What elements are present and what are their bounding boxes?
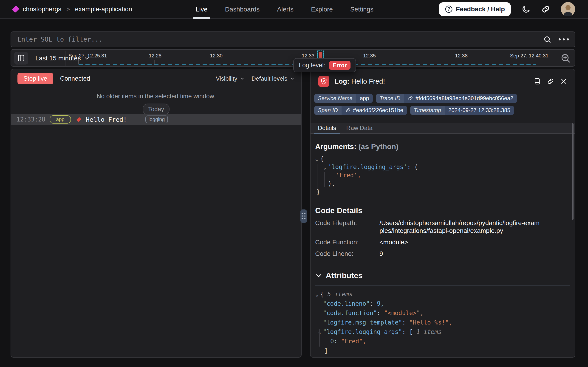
timeline[interactable]: Sep 27, 12:25:31 12:28 12:30 12:33 12:35…: [11, 50, 575, 66]
tab-raw-data[interactable]: Raw Data: [342, 123, 376, 133]
collapse-chevron-icon[interactable]: ⌄: [323, 163, 328, 171]
nav-tab-live[interactable]: Live: [196, 0, 207, 19]
close-icon[interactable]: [560, 78, 567, 85]
service-name-value: app: [356, 94, 373, 103]
code-filepath-value: /Users/christophersamiullah/repos/pydant…: [380, 219, 540, 235]
default-levels-dropdown[interactable]: Default levels: [251, 75, 295, 82]
code-details-rows: Code Filepath: /Users/christophersamiull…: [315, 219, 570, 258]
more-options-icon[interactable]: [559, 38, 569, 41]
top-nav: christophergs > example-application Live…: [0, 0, 588, 19]
tooltip-label: Log level:: [299, 62, 325, 69]
span-id-badge[interactable]: Span ID #ea4d5f226ec151be: [314, 106, 407, 115]
timeline-end-label: Sep 27, 12:40:31: [491, 53, 548, 59]
breadcrumb-separator: >: [66, 6, 71, 13]
breadcrumb: christophergs > example-application: [13, 6, 132, 13]
log-level-tooltip: Log level: Error: [293, 58, 356, 72]
service-name-label: Service Name: [314, 94, 356, 103]
trace-id-value: #fdd5694a8fa98eb4e301d99ebc056ea2: [415, 95, 513, 101]
chevron-down-icon: [315, 272, 322, 279]
breadcrumb-project[interactable]: example-application: [75, 6, 132, 13]
logging-tag-badge[interactable]: logging: [145, 116, 168, 123]
default-levels-label: Default levels: [251, 75, 287, 82]
error-shield-icon: [318, 76, 329, 87]
attributes-section-toggle[interactable]: Attributes: [315, 271, 570, 280]
error-level-badge: Error: [329, 61, 350, 70]
user-avatar[interactable]: [561, 2, 575, 16]
log-row[interactable]: 12:33:28 app Hello Fred! logging: [11, 114, 301, 125]
log-row-message: Hello Fred!: [86, 116, 127, 123]
tick-line-1238: [461, 60, 461, 64]
breadcrumb-org[interactable]: christophergs: [23, 6, 61, 13]
log-detail-panel: Log: Hello Fred!: [310, 69, 575, 358]
detail-tabs: Details Raw Data: [311, 123, 575, 134]
timeline-end-tick: [538, 59, 538, 64]
today-button[interactable]: Today: [143, 104, 170, 115]
time-range-bar: Last 15 minutes Sep 27, 12:25:31 12:28 1…: [11, 49, 575, 67]
live-view-panel: Stop live Connected Visibility Default l…: [11, 69, 302, 358]
timeline-tick-1238: 12:38: [455, 53, 468, 59]
timeline-start-tick: [79, 59, 79, 64]
feedback-help-button[interactable]: Feedback / Help: [439, 2, 511, 16]
visibility-label: Visibility: [216, 75, 237, 82]
link-icon: [408, 96, 413, 101]
detail-title-text: Hello Fred!: [351, 77, 385, 85]
empty-window-message: No older items in the selected time wind…: [11, 93, 301, 100]
attributes-divider: [315, 285, 570, 285]
feedback-help-label: Feedback / Help: [456, 6, 505, 13]
chevron-down-icon: [290, 76, 295, 81]
nav-tab-alerts[interactable]: Alerts: [277, 0, 294, 19]
nav-tabs: Live Dashboards Alerts Explore Settings: [196, 0, 373, 19]
timestamp-label: Timestamp: [410, 106, 445, 115]
detail-title: Log: Hello Fred!: [334, 77, 385, 85]
share-link-icon[interactable]: [541, 5, 550, 14]
search-icon[interactable]: [543, 35, 552, 44]
trace-id-badge[interactable]: Trace ID #fdd5694a8fa98eb4e301d99ebc056e…: [376, 94, 517, 103]
error-diamond-icon: [76, 117, 81, 122]
span-id-value: #ea4d5f226ec151be: [353, 107, 403, 113]
timeline-tick-1228: 12:28: [149, 53, 161, 59]
tick-line-1235: [369, 60, 369, 64]
attributes-json-block: ⌄{ 5 items "code.lineno": 9, "code.funct…: [315, 290, 570, 358]
nav-tab-explore[interactable]: Explore: [311, 0, 333, 19]
panel-resize-handle[interactable]: [300, 209, 307, 223]
code-filepath-label: Code Filepath:: [315, 219, 380, 235]
arguments-heading-note: (as Python): [358, 142, 398, 151]
zoom-in-icon[interactable]: [560, 53, 571, 63]
trace-id-label: Trace ID: [376, 94, 404, 103]
copy-link-icon[interactable]: [547, 78, 554, 85]
tick-line-1230: [216, 60, 216, 64]
detail-scrollbar[interactable]: [572, 123, 573, 220]
tab-details[interactable]: Details: [314, 123, 340, 133]
dark-mode-moon-icon[interactable]: [522, 5, 530, 14]
collapse-chevron-icon[interactable]: ⌄: [318, 327, 323, 337]
timeline-start-label: Sep 27, 12:25:31: [68, 53, 107, 59]
collapse-chevron-icon[interactable]: ⌄: [315, 290, 320, 299]
service-name-badge: Service Name app: [314, 94, 373, 103]
live-panel-header: Stop live Connected Visibility Default l…: [11, 69, 301, 88]
log-row-time: 12:33:28: [17, 116, 46, 123]
timestamp-value: 2024-09-27 12:33:28.385: [445, 106, 514, 115]
collapse-chevron-icon[interactable]: ⌄: [315, 155, 320, 163]
metadata-badges: Service Name app Trace ID #fdd5694a8fa98…: [311, 94, 575, 115]
nav-tab-settings[interactable]: Settings: [350, 0, 373, 19]
chevron-down-icon: [240, 76, 245, 81]
arguments-heading-text: Arguments:: [315, 142, 356, 151]
service-badge[interactable]: app: [50, 115, 71, 124]
timeline-tick-1230: 12:30: [210, 53, 223, 59]
link-icon: [345, 108, 351, 113]
visibility-dropdown[interactable]: Visibility: [216, 75, 244, 82]
arguments-python-block: ⌄{ ⌄'logfire.logging_args': ( 'Fred', ),…: [315, 155, 570, 196]
dock-panel-icon[interactable]: [534, 78, 541, 85]
logfire-logo-icon[interactable]: [12, 6, 19, 13]
stop-live-button[interactable]: Stop live: [17, 73, 53, 84]
arguments-heading: Arguments: (as Python): [315, 142, 570, 151]
attributes-heading: Attributes: [326, 271, 363, 280]
nav-tab-dashboards[interactable]: Dashboards: [225, 0, 260, 19]
connection-status: Connected: [60, 75, 90, 82]
code-details-heading: Code Details: [315, 206, 570, 215]
code-lineno-value: 9: [380, 250, 540, 258]
nav-right: Feedback / Help: [439, 2, 575, 16]
sql-filter-input[interactable]: [11, 36, 543, 43]
code-function-label: Code Function:: [315, 238, 380, 246]
timeline-tick-1235: 12:35: [363, 53, 376, 59]
